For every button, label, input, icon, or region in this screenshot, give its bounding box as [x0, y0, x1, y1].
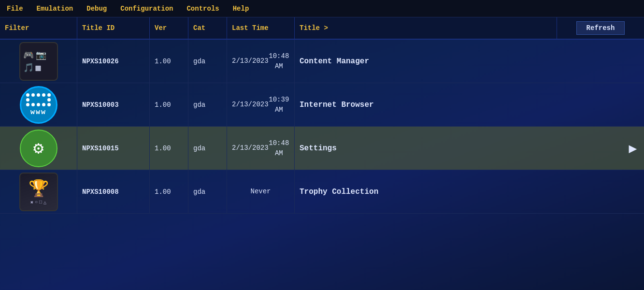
row-icon-internet-browser: www [0, 83, 77, 127]
row-title-0: Content Manager [295, 40, 644, 83]
row-title-2: Settings [295, 127, 622, 170]
menu-file[interactable]: File [0, 3, 30, 14]
col-header-refresh: Refresh [557, 17, 644, 39]
row-lasttime-1: 2/13/202310:39 AM [227, 83, 295, 126]
row-ver-3: 1.00 [150, 170, 188, 213]
table-row[interactable]: www NPXS10003 1.00 gda 2/13/202310:39 AM… [0, 83, 644, 127]
col-header-filter: Filter [0, 17, 77, 39]
col-header-title: Title > [295, 17, 557, 39]
row-cat-3: gda [188, 170, 227, 213]
row-lasttime-3: Never [227, 170, 295, 213]
menu-controls[interactable]: Controls [180, 3, 226, 14]
table-row[interactable]: ⚙ NPXS10015 1.00 gda 2/13/202310:48 AM S… [0, 127, 644, 170]
table-body: 🎮 📷 🎵 ▦ NPXS10026 1.00 gda 2/13/202310:4… [0, 40, 644, 214]
row-titleid-2: NPXS10015 [77, 127, 150, 170]
col-header-lasttime: Last Time [227, 17, 295, 39]
table-row[interactable]: 🎮 📷 🎵 ▦ NPXS10026 1.00 gda 2/13/202310:4… [0, 40, 644, 83]
col-header-titleid: Title ID [77, 17, 150, 39]
row-ver-1: 1.00 [150, 83, 188, 126]
row-title-1: Internet Browser [295, 83, 644, 126]
refresh-button[interactable]: Refresh [576, 21, 625, 35]
row-cat-0: gda [188, 40, 227, 83]
row-title-3: Trophy Collection [295, 170, 644, 213]
row-titleid-0: NPXS10026 [77, 40, 150, 83]
row-icon-settings: ⚙ [0, 127, 77, 170]
col-header-ver: Ver [150, 17, 188, 39]
menu-help[interactable]: Help [226, 3, 256, 14]
col-header-cat: Cat [188, 17, 227, 39]
row-lasttime-0: 2/13/202310:48 AM [227, 40, 295, 83]
menu-configuration[interactable]: Configuration [114, 3, 180, 14]
row-ver-0: 1.00 [150, 40, 188, 83]
row-lasttime-2: 2/13/202310:48 AM [227, 127, 295, 170]
play-arrow-icon[interactable]: ▶ [622, 140, 644, 157]
row-cat-1: gda [188, 83, 227, 126]
row-cat-2: gda [188, 127, 227, 170]
row-icon-content-manager: 🎮 📷 🎵 ▦ [0, 40, 77, 83]
table-row[interactable]: 🏆 ✖○□△ NPXS10008 1.00 gda Never Trophy C… [0, 170, 644, 214]
row-titleid-3: NPXS10008 [77, 170, 150, 213]
row-ver-2: 1.00 [150, 127, 188, 170]
menu-debug[interactable]: Debug [80, 3, 114, 14]
table-header: Filter Title ID Ver Cat Last Time Title … [0, 17, 644, 40]
menubar: File Emulation Debug Configuration Contr… [0, 0, 644, 17]
menu-emulation[interactable]: Emulation [30, 3, 80, 14]
row-icon-trophy-collection: 🏆 ✖○□△ [0, 170, 77, 214]
row-titleid-1: NPXS10003 [77, 83, 150, 126]
